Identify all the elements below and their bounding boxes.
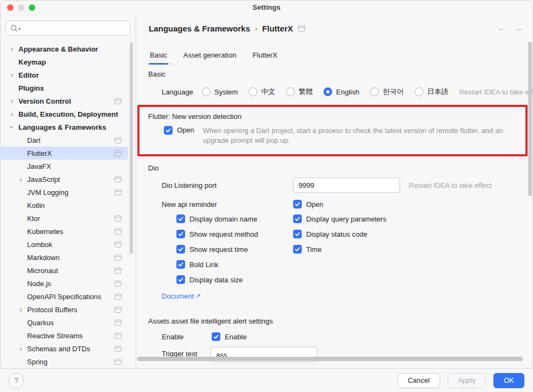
checkbox-label: Display status code xyxy=(306,230,367,238)
sidebar-item-flutterx[interactable]: FlutterX xyxy=(0,147,128,160)
settings-tree: ›Appearance & BehaviorKeymap›EditorPlugi… xyxy=(0,42,136,368)
flutter-open-description: When opening a Dart project, start a pro… xyxy=(203,126,518,146)
shared-settings-icon xyxy=(115,150,122,156)
history-nav: ← → xyxy=(497,23,523,33)
breadcrumb-parent[interactable]: Languages & Frameworks xyxy=(149,24,250,33)
radio-unselected-icon[interactable] xyxy=(370,87,379,96)
checkbox-label: Display domain name xyxy=(189,215,257,223)
settings-pane: Basic Language System中文繁體English한국어日本語 R… xyxy=(137,65,533,368)
cancel-button[interactable]: Cancel xyxy=(397,373,440,388)
dio-options-row: Show request methodDisplay status code xyxy=(176,226,533,242)
radio-language-system[interactable]: System xyxy=(202,87,238,96)
document-link[interactable]: Document xyxy=(162,292,194,300)
help-button[interactable]: ? xyxy=(9,373,24,388)
sidebar-item-languages-frameworks[interactable]: ›Languages & Frameworks xyxy=(0,121,128,134)
chevron-right-icon[interactable]: › xyxy=(16,175,25,183)
shared-settings-icon xyxy=(115,294,122,300)
sidebar-item-javafx[interactable]: JavaFX xyxy=(0,160,128,173)
language-label: Language xyxy=(162,88,202,96)
dio-port-input[interactable] xyxy=(293,178,400,193)
checkbox-time[interactable] xyxy=(293,245,302,254)
radio-language-english[interactable]: English xyxy=(323,87,359,96)
sidebar-item-label: Spring xyxy=(27,358,48,366)
forward-arrow-icon[interactable]: → xyxy=(515,23,523,33)
radio-label: 한국어 xyxy=(383,87,404,97)
sidebar-item-kubernetes[interactable]: Kubernetes xyxy=(0,225,128,238)
radio-unselected-icon[interactable] xyxy=(286,87,295,96)
checkbox-display-domain-name[interactable] xyxy=(176,214,185,223)
checkbox-show-request-time[interactable] xyxy=(176,245,185,254)
apply-button[interactable]: Apply xyxy=(448,373,486,388)
radio-language-繁體[interactable]: 繁體 xyxy=(286,87,313,97)
sidebar-item-node-js[interactable]: Node.js xyxy=(0,277,128,290)
dio-restart-hint: Restart IDEA to take effect xyxy=(409,181,492,189)
sidebar-item-schemas-and-dtds[interactable]: ›Schemas and DTDs xyxy=(0,342,128,355)
sidebar-item-version-control[interactable]: ›Version Control xyxy=(0,94,128,108)
sidebar-item-quarkus[interactable]: Quarkus xyxy=(0,316,128,329)
sidebar-item-reactive-streams[interactable]: Reactive Streams xyxy=(0,329,128,342)
sidebar-item-kotlin[interactable]: Kotlin xyxy=(0,199,128,212)
search-input[interactable] xyxy=(23,24,125,33)
sidebar-item-label: Version Control xyxy=(18,97,71,105)
chevron-down-icon[interactable]: › xyxy=(8,123,16,131)
sidebar-item-lombok[interactable]: Lombok xyxy=(0,238,128,251)
sidebar-item-label: Node.js xyxy=(27,280,51,288)
flutter-open-checkbox[interactable] xyxy=(164,126,173,135)
radio-label: 繁體 xyxy=(299,87,313,97)
section-divider xyxy=(164,168,522,168)
tab-flutterx[interactable]: FlutterX xyxy=(251,51,278,64)
tab-basic[interactable]: Basic xyxy=(149,51,168,64)
sidebar-item-spring[interactable]: Spring xyxy=(0,355,128,368)
language-restart-hint: Restart IDEA to take effect xyxy=(459,88,533,96)
sidebar-item-javascript[interactable]: ›JavaScript xyxy=(0,173,128,186)
sidebar-item-editor[interactable]: ›Editor xyxy=(0,68,128,81)
checkbox-display-data-size[interactable] xyxy=(176,275,185,284)
chevron-right-icon[interactable]: › xyxy=(8,45,16,53)
section-dio-title: Dio xyxy=(148,164,159,172)
radio-language-한국어[interactable]: 한국어 xyxy=(370,87,404,97)
settings-search-box[interactable]: ▾ xyxy=(5,21,130,36)
back-arrow-icon[interactable]: ← xyxy=(497,23,506,33)
radio-unselected-icon[interactable] xyxy=(202,87,211,96)
content-horizontal-scrollbar[interactable] xyxy=(137,357,523,361)
checkbox-bold-link[interactable] xyxy=(176,260,185,269)
sidebar-item-micronaut[interactable]: Micronaut xyxy=(0,264,128,277)
checkbox-show-request-method[interactable] xyxy=(176,230,185,238)
sidebar-item-markdown[interactable]: Markdown xyxy=(0,251,128,264)
sidebar-item-keymap[interactable]: Keymap xyxy=(0,55,128,68)
checkbox-display-status-code[interactable] xyxy=(293,230,302,238)
sidebar-item-ktor[interactable]: Ktor xyxy=(0,212,128,225)
sidebar-scrollbar[interactable] xyxy=(130,42,133,254)
api-reminder-open-checkbox[interactable] xyxy=(293,200,302,208)
sidebar-item-openapi-specifications[interactable]: OpenAPI Specifications xyxy=(0,290,128,303)
radio-language-中文[interactable]: 中文 xyxy=(249,87,275,97)
checkbox-label: Display query parameters xyxy=(306,215,386,223)
chevron-right-icon[interactable]: › xyxy=(8,110,16,118)
tab-asset-generation[interactable]: Asset generation xyxy=(182,51,238,64)
chevron-right-icon[interactable]: › xyxy=(8,71,16,79)
sidebar-item-dart[interactable]: Dart xyxy=(0,134,128,147)
help-icon: ? xyxy=(14,376,18,385)
chevron-right-icon[interactable]: › xyxy=(16,306,25,313)
sidebar-item-build-execution-deployment[interactable]: ›Build, Execution, Deployment xyxy=(0,108,128,121)
ok-button[interactable]: OK xyxy=(493,373,524,388)
search-history-caret-icon[interactable]: ▾ xyxy=(18,27,21,31)
shared-settings-icon xyxy=(115,229,122,235)
sidebar-item-appearance-behavior[interactable]: ›Appearance & Behavior xyxy=(0,42,128,55)
sidebar-item-protocol-buffers[interactable]: ›Protocol Buffers xyxy=(0,303,128,316)
api-reminder-row: New api reminder Open xyxy=(162,198,533,211)
checkbox-display-query-parameters[interactable] xyxy=(293,214,302,223)
shared-settings-icon xyxy=(115,359,122,365)
content-vertical-scrollbar[interactable] xyxy=(528,42,532,196)
chevron-right-icon[interactable]: › xyxy=(16,345,25,352)
radio-unselected-icon[interactable] xyxy=(415,87,423,96)
chevron-right-icon[interactable]: › xyxy=(8,97,16,105)
shared-settings-icon xyxy=(115,137,122,143)
radio-unselected-icon[interactable] xyxy=(249,87,257,96)
sidebar-item-jvm-logging[interactable]: JVM Logging xyxy=(0,186,128,199)
breadcrumb-current: FlutterX xyxy=(262,24,293,33)
assets-enable-checkbox[interactable] xyxy=(212,332,220,341)
sidebar-item-plugins[interactable]: Plugins xyxy=(0,81,128,94)
radio-selected-icon[interactable] xyxy=(323,87,332,96)
radio-language-日本語[interactable]: 日本語 xyxy=(415,87,448,97)
